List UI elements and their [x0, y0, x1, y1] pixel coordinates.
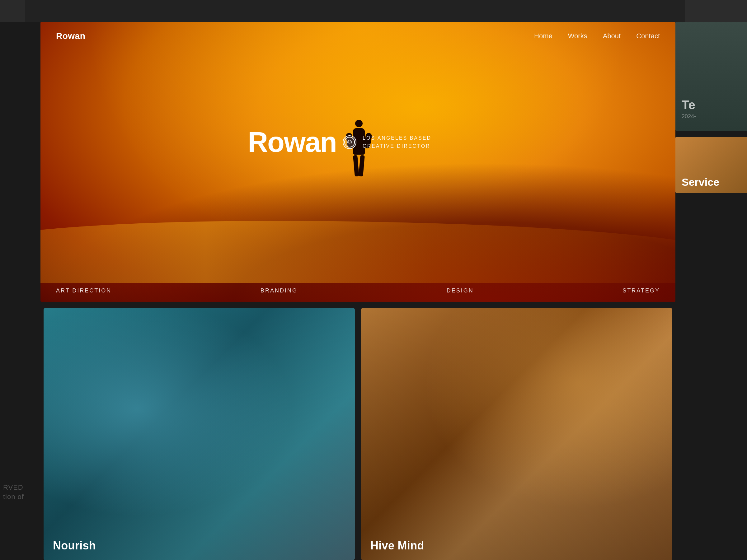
bottom-card-hivemind[interactable]: Hive Mind: [361, 308, 672, 560]
bottom-card-nourish-title: Nourish: [53, 539, 96, 552]
top-strip: [0, 0, 747, 22]
bottom-card-hivemind-title: Hive Mind: [370, 539, 424, 552]
top-card-center: [25, 0, 685, 22]
hero-tagline-line1: LOS ANGELES BASED: [363, 134, 431, 142]
bottom-section: Nourish Hive Mind: [41, 302, 675, 560]
hero-ground: [41, 221, 675, 283]
person-legs: [349, 155, 369, 177]
person-head: [355, 120, 363, 127]
nav-links: Home Works About Contact: [534, 32, 660, 40]
left-cutoff-text1: RVED: [3, 483, 23, 491]
bottom-card-nourish[interactable]: Nourish: [44, 308, 355, 560]
top-card-left: [0, 0, 25, 22]
side-card-right-bottom-text: Service: [681, 176, 719, 188]
center-content: Rowan Home Works About Contact R: [41, 22, 675, 560]
hero-nav: Rowan Home Works About Contact: [41, 22, 675, 50]
main-area: RVED tion of Rowan Home Works About Cont…: [0, 22, 747, 560]
nav-link-contact[interactable]: Contact: [636, 32, 660, 40]
side-card-right-top-sub: 2024-: [681, 113, 696, 120]
nav-link-about[interactable]: About: [603, 32, 621, 40]
side-panel-right: Te 2024- Service: [675, 22, 747, 560]
side-panel-left: RVED tion of: [0, 22, 41, 560]
hero-copyright-symbol: ©: [343, 135, 356, 149]
hero-label-design: DESIGN: [447, 288, 474, 294]
hero-label-branding: BRANDING: [260, 288, 298, 294]
hero-tagline-line2: CREATIVE DIRECTOR: [363, 142, 431, 150]
hero-center-text: Rowan © LOS ANGELES BASED CREATIVE DIREC…: [248, 128, 431, 156]
hero-brand-name: Rowan: [248, 128, 336, 156]
hero-label-strategy: STRATEGY: [622, 288, 660, 294]
side-card-right-bottom: Service: [675, 137, 747, 193]
person-leg-right: [359, 155, 365, 177]
hero-label-art-direction: ART DIRECTION: [56, 288, 111, 294]
nav-link-home[interactable]: Home: [534, 32, 552, 40]
person-leg-left: [353, 155, 359, 177]
nav-logo[interactable]: Rowan: [56, 31, 85, 41]
hero-card: Rowan Home Works About Contact R: [41, 22, 675, 302]
hero-bottom-labels: ART DIRECTION BRANDING DESIGN STRATEGY: [41, 280, 675, 302]
top-card-right: [685, 0, 747, 22]
nav-link-works[interactable]: Works: [568, 32, 587, 40]
side-card-right-top-text: Te: [681, 98, 695, 112]
left-cutoff-text2: tion of: [3, 493, 24, 501]
hero-tagline: LOS ANGELES BASED CREATIVE DIRECTOR: [363, 134, 431, 150]
side-card-right-top: Te 2024-: [675, 22, 747, 131]
